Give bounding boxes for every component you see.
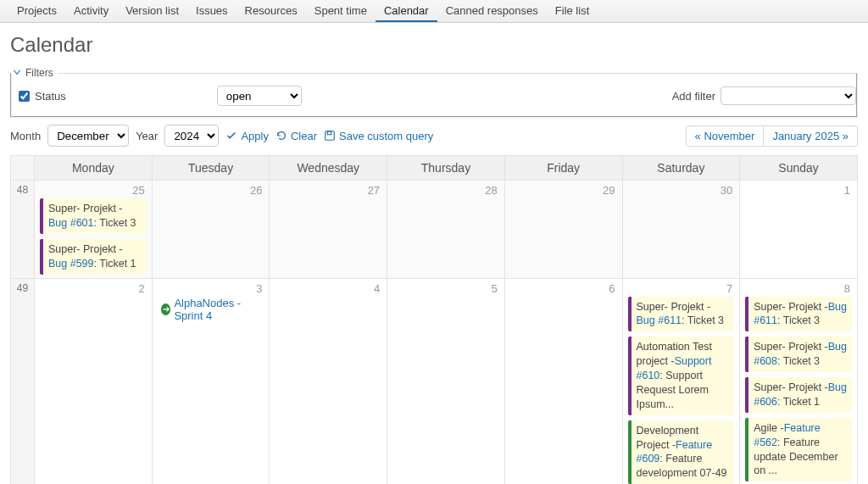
tab-spent-time[interactable]: Spent time <box>306 0 376 22</box>
weekday-header: Friday <box>504 156 622 181</box>
weekday-header: Saturday <box>622 156 740 181</box>
add-filter-select[interactable] <box>721 86 856 105</box>
filters-label: Filters <box>25 67 53 79</box>
day-number: 30 <box>623 181 740 198</box>
day-number: 28 <box>387 181 504 198</box>
calendar-event[interactable]: Automation Test project -Support #610: S… <box>628 337 735 414</box>
day-number: 25 <box>35 181 152 198</box>
clear-button[interactable]: Clear <box>275 130 317 142</box>
calendar-day[interactable]: 1 <box>740 181 858 279</box>
save-icon <box>324 130 336 142</box>
day-number: 6 <box>505 279 622 297</box>
status-checkbox[interactable] <box>19 91 30 102</box>
day-number: 8 <box>740 279 857 297</box>
filters-fieldset: Filters Status open Add filter <box>10 67 858 118</box>
calendar-event[interactable]: Super- Projekt -Bug #601: Ticket 3 <box>40 198 147 234</box>
tab-file-list[interactable]: File list <box>547 0 598 22</box>
calendar-day[interactable]: 8Super- Projekt -Bug #611: Ticket 3Super… <box>740 278 858 484</box>
refresh-icon <box>275 130 287 142</box>
tab-projects[interactable]: Projects <box>8 0 65 22</box>
tab-activity[interactable]: Activity <box>65 0 117 22</box>
svg-rect-0 <box>326 131 335 141</box>
day-number: 29 <box>505 181 622 198</box>
year-label: Year <box>136 130 158 142</box>
week-number: 48 <box>11 181 35 279</box>
status-label: Status <box>35 90 66 103</box>
calendar-day[interactable]: 28 <box>387 181 505 279</box>
tab-issues[interactable]: Issues <box>187 0 236 22</box>
check-icon <box>225 130 237 142</box>
calendar-event[interactable]: Super- Projekt -Bug #599: Ticket 1 <box>40 239 147 275</box>
day-number: 27 <box>270 181 387 198</box>
day-number: 4 <box>270 279 387 297</box>
calendar-day[interactable]: 25Super- Projekt -Bug #601: Ticket 3Supe… <box>35 181 153 279</box>
calendar-event[interactable]: Super- Projekt -Bug #606: Ticket 1 <box>745 377 852 413</box>
weekday-header: Tuesday <box>152 156 270 181</box>
calendar-toolbar: Month December Year 2024 Apply Clear Sav… <box>0 125 868 155</box>
month-select[interactable]: December <box>47 125 129 147</box>
calendar-event[interactable]: Development Project -Feature #609: Featu… <box>628 420 735 484</box>
calendar-event[interactable]: Agile -Feature #562: Feature update Dece… <box>745 418 852 482</box>
day-number: 2 <box>35 279 152 297</box>
tab-calendar[interactable]: Calendar <box>376 0 437 22</box>
save-query-button[interactable]: Save custom query <box>324 130 433 142</box>
tab-canned-responses[interactable]: Canned responses <box>437 0 547 22</box>
prev-month-button[interactable]: « November <box>686 125 765 147</box>
calendar-day[interactable]: 2 <box>35 278 153 484</box>
tab-version-list[interactable]: Version list <box>117 0 187 22</box>
day-number: 3 <box>153 279 270 297</box>
month-label: Month <box>10 130 41 142</box>
day-number: 1 <box>740 181 857 198</box>
weekday-header: Thursday <box>387 156 505 181</box>
weekday-header: Sunday <box>740 156 858 181</box>
filters-row: Status open Add filter <box>12 79 856 116</box>
apply-button[interactable]: Apply <box>225 130 269 142</box>
chevron-down-icon <box>12 67 24 79</box>
top-nav: ProjectsActivityVersion listIssuesResour… <box>0 0 868 23</box>
weekday-header: Monday <box>35 156 153 181</box>
status-filter[interactable]: Status <box>19 90 66 103</box>
calendar-day[interactable]: 3➔AlphaNodes - Sprint 4 <box>152 278 270 484</box>
calendar-day[interactable]: 27 <box>270 181 387 279</box>
page-title: Calendar <box>10 33 858 57</box>
content-area: Calendar Filters Status open Add filter <box>0 23 868 125</box>
filters-toggle[interactable]: Filters <box>12 67 58 79</box>
calendar-event[interactable]: Super- Projekt -Bug #611: Ticket 3 <box>628 297 735 332</box>
calendar: MondayTuesdayWednesdayThursdayFridaySatu… <box>0 155 868 484</box>
week-number: 49 <box>11 278 35 484</box>
arrow-icon: ➔ <box>161 303 171 315</box>
calendar-day[interactable]: 7Super- Projekt -Bug #611: Ticket 3Autom… <box>622 278 740 484</box>
calendar-day[interactable]: 26 <box>152 181 270 279</box>
calendar-day[interactable]: 5 <box>387 278 505 484</box>
calendar-day[interactable]: 4 <box>270 278 387 484</box>
add-filter-label: Add filter <box>672 90 715 103</box>
weekday-header: Wednesday <box>270 156 387 181</box>
calendar-day[interactable]: 29 <box>504 181 622 279</box>
year-select[interactable]: 2024 <box>164 125 219 147</box>
svg-rect-1 <box>327 131 331 135</box>
calendar-day[interactable]: 30 <box>622 181 740 279</box>
calendar-event[interactable]: Super- Projekt -Bug #608: Ticket 3 <box>745 337 852 372</box>
day-number: 26 <box>153 181 270 198</box>
calendar-day[interactable]: 6 <box>504 278 622 484</box>
next-month-button[interactable]: January 2025 » <box>764 125 858 147</box>
version-link[interactable]: ➔AlphaNodes - Sprint 4 <box>158 297 264 322</box>
tab-resources[interactable]: Resources <box>236 0 306 22</box>
day-number: 5 <box>387 279 504 297</box>
month-nav: « November January 2025 » <box>686 125 858 147</box>
status-operator-select[interactable]: open <box>217 86 302 106</box>
calendar-event[interactable]: Super- Projekt -Bug #611: Ticket 3 <box>745 297 852 332</box>
day-number: 7 <box>623 279 740 297</box>
